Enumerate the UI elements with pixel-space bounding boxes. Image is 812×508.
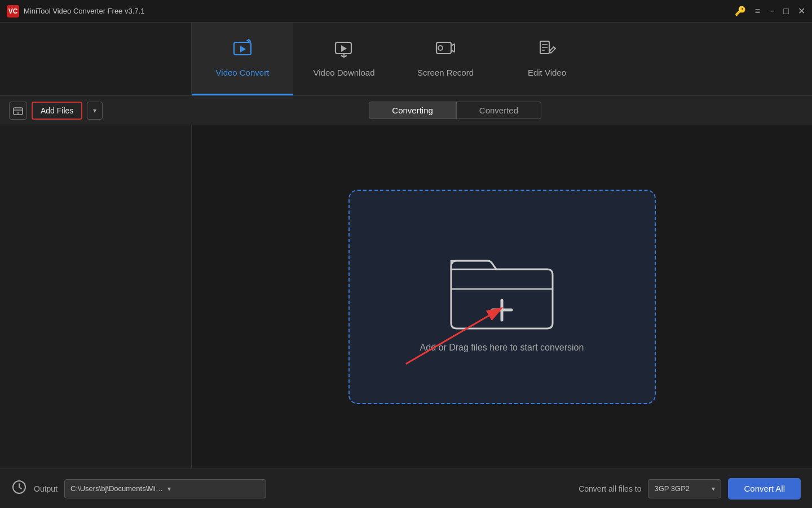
nav-tabs: Video Convert Video Download — [192, 23, 812, 95]
path-dropdown-icon: ▾ — [167, 485, 260, 493]
output-label: Output — [34, 484, 58, 493]
nav-bar: Video Convert Video Download — [0, 23, 812, 96]
add-files-icon-button[interactable] — [9, 102, 27, 120]
format-dropdown-icon: ▾ — [712, 485, 715, 493]
add-files-button[interactable]: Add Files — [32, 102, 82, 120]
chevron-down-icon: ▾ — [93, 107, 96, 115]
output-clock-icon — [11, 479, 27, 498]
main-content: Add or Drag files here to start conversi… — [0, 125, 812, 468]
tab-switcher: Converting Converted — [369, 102, 541, 119]
output-path-text: C:\Users\bj\Documents\MiniTool Video Con… — [70, 484, 163, 493]
tab-screen-record-label: Screen Record — [417, 68, 474, 77]
toolbar: Add Files ▾ Converting Converted — [0, 96, 812, 125]
drop-zone[interactable]: Add or Drag files here to start conversi… — [348, 190, 656, 404]
svg-rect-6 — [436, 42, 451, 54]
converted-label: Converted — [479, 106, 518, 115]
tab-video-convert[interactable]: Video Convert — [192, 23, 293, 95]
convert-all-button[interactable]: Convert All — [728, 478, 801, 500]
converted-tab[interactable]: Converted — [456, 102, 541, 119]
title-text: MiniTool Video Converter Free v3.7.1 — [24, 7, 735, 15]
sidebar — [0, 125, 192, 468]
screen-record-icon — [435, 39, 456, 63]
tab-video-convert-label: Video Convert — [216, 68, 270, 77]
tab-screen-record[interactable]: Screen Record — [395, 23, 496, 95]
drop-instruction: Add or Drag files here to start conversi… — [420, 343, 584, 353]
menu-icon[interactable]: ≡ — [755, 6, 760, 16]
add-files-label: Add Files — [41, 106, 73, 115]
tab-edit-video-label: Edit Video — [528, 68, 566, 77]
folder-icon — [445, 241, 558, 331]
bottom-bar: Output C:\Users\bj\Documents\MiniTool Vi… — [0, 468, 812, 508]
close-button[interactable]: ✕ — [798, 6, 805, 16]
tab-video-download[interactable]: Video Download — [293, 23, 395, 95]
convert-all-to-label: Convert all files to — [579, 484, 641, 493]
svg-line-12 — [554, 47, 555, 49]
format-label-text: 3GP 3GP2 — [654, 484, 690, 493]
maximize-button[interactable]: □ — [783, 6, 789, 16]
app-logo: VC — [7, 5, 19, 17]
svg-point-7 — [438, 46, 443, 50]
minimize-button[interactable]: − — [769, 6, 774, 16]
add-files-dropdown[interactable]: ▾ — [87, 102, 103, 120]
video-download-icon — [334, 39, 354, 63]
sidebar-spacer — [0, 23, 192, 95]
converting-tab[interactable]: Converting — [369, 102, 456, 119]
tab-edit-video[interactable]: Edit Video — [496, 23, 598, 95]
output-path-selector[interactable]: C:\Users\bj\Documents\MiniTool Video Con… — [64, 479, 266, 498]
key-icon[interactable]: 🔑 — [735, 6, 746, 16]
edit-video-icon — [537, 39, 557, 63]
video-convert-icon — [232, 39, 253, 63]
format-selector[interactable]: 3GP 3GP2 ▾ — [648, 479, 721, 498]
title-bar: VC MiniTool Video Converter Free v3.7.1 … — [0, 0, 812, 23]
tab-video-download-label: Video Download — [314, 68, 375, 77]
drop-area-container: Add or Drag files here to start conversi… — [192, 125, 812, 468]
title-bar-controls: 🔑 ≡ − □ ✕ — [735, 6, 805, 16]
converting-label: Converting — [392, 106, 433, 115]
